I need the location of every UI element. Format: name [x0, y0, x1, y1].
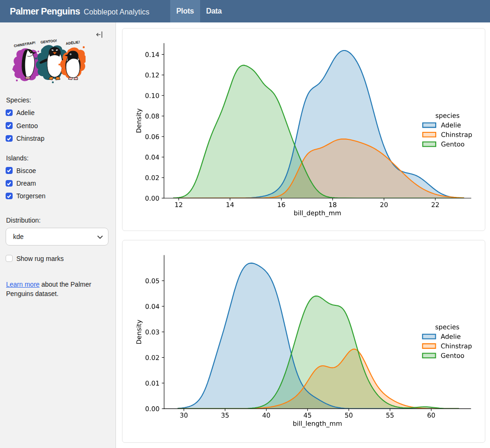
- svg-text:GENTOO!: GENTOO!: [40, 38, 57, 44]
- svg-text:CHINSTRAP!: CHINSTRAP!: [14, 41, 36, 48]
- svg-text:ADĒLIE!: ADĒLIE!: [65, 40, 80, 46]
